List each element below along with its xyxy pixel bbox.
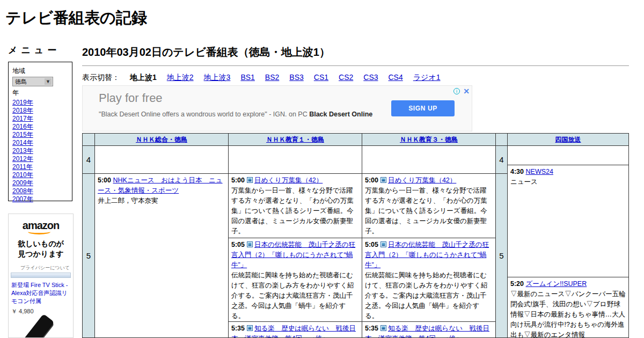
switcher-current: 地上波1	[130, 73, 157, 83]
hour-label-4: 4	[496, 146, 507, 174]
program-cell: 5:05 日本の伝統芸能 茂山千之丞の狂言入門（2）「噺しものにうかされて“蝸牛…	[362, 238, 495, 322]
region-select[interactable]: 徳島 ▼	[12, 77, 53, 86]
signup-button[interactable]: SIGN UP	[391, 100, 455, 116]
page-heading: 2010年03月02日のテレビ番組表（徳島・地上波1）	[82, 45, 629, 66]
time-column-header	[83, 134, 94, 146]
chevron-down-icon: ▼	[45, 78, 52, 85]
program-time: 5:35	[365, 325, 378, 332]
switcher-label: 表示切替：	[82, 73, 120, 83]
empty-cell	[95, 146, 228, 174]
switcher-link-chijou3[interactable]: 地上波3	[204, 73, 231, 83]
switcher-link-cs1[interactable]: CS1	[314, 73, 328, 82]
year-link-2008[interactable]: 2008年	[12, 187, 68, 195]
program-title-link[interactable]: ズームイン!!SUPER	[526, 280, 587, 288]
broadcast-icon	[247, 177, 253, 183]
switcher-link-cs3[interactable]: CS3	[363, 73, 378, 82]
menu-heading: メニュー	[8, 44, 74, 56]
ad-quote: "Black Desert Online offers a wondrous w…	[99, 109, 389, 119]
page-title: テレビ番組表の記録	[5, 8, 147, 29]
program-cell: 5:00 日めくり万葉集（42） 万葉集から一日一首、様々な分野で活躍する方々が…	[229, 174, 362, 238]
switcher-link-bs2[interactable]: BS2	[265, 73, 279, 82]
time-column-left: 4 5	[83, 134, 94, 337]
broadcast-icon	[380, 177, 386, 183]
hour-label-4: 4	[83, 146, 94, 174]
channel-column-nhk-kyouiku1: ＮＨＫ教育１・徳島 5:00 日めくり万葉集（42） 万葉集から一日一首、様々な…	[228, 134, 362, 337]
channel-header: ＮＨＫ教育１・徳島	[229, 134, 362, 146]
empty-cell	[229, 146, 362, 174]
switcher-link-cs4[interactable]: CS4	[389, 73, 403, 82]
program-desc: ニュース	[510, 177, 626, 187]
program-cell: 5:35 知る楽 歴史は眠らない 戦後日本 漢字事件簿 第4回 ＜終＞	[362, 322, 495, 337]
program-cell: 5:00 NHKニュース おはよう日本 ニュース・気象情報・スポーツ 井上二郎，…	[95, 174, 228, 337]
channel-link[interactable]: ＮＨＫ総合・徳島	[136, 135, 187, 144]
hour-label-5: 5	[496, 174, 507, 337]
ad-advertiser: Black Desert Online	[309, 111, 372, 118]
ad-info-icon[interactable]: i	[453, 88, 460, 94]
program-desc: 井上二郎，守本奈実	[98, 196, 225, 206]
empty-cell	[508, 146, 628, 165]
program-desc: ▽最新のニュース▽バンクーバー五輪閉会式!旗手、浅田の想い▽プロ野球情報▽日本の…	[510, 289, 626, 337]
switcher-link-bs1[interactable]: BS1	[240, 73, 254, 82]
program-time: 5:20	[510, 280, 524, 288]
program-title-link[interactable]: NEWS24	[526, 168, 553, 175]
year-link-2015[interactable]: 2015年	[12, 131, 68, 139]
channel-link[interactable]: ＮＨＫ教育１・徳島	[266, 135, 324, 144]
broadcast-icon	[247, 241, 253, 247]
program-desc: 万葉集から一日一首、様々な分野で活躍する方々が選者となり、「わが心の万葉集」につ…	[365, 186, 493, 237]
ad-title: Play for free	[99, 91, 163, 105]
amazon-product-link[interactable]: 新登場 Fire TV Stick - Alexa対応音声認識リモコン付属	[9, 281, 73, 305]
program-cell: 5:35 知る楽 歴史は眠らない 戦後日本 漢字事件簿 第4回 ＜終＞	[229, 322, 362, 337]
year-link-2018[interactable]: 2018年	[12, 107, 68, 115]
program-title-link[interactable]: 日めくり万葉集（42）	[254, 177, 323, 184]
channel-header: 四国放送	[508, 134, 628, 146]
channel-column-nhk-sougou: ＮＨＫ総合・徳島 5:00 NHKニュース おはよう日本 ニュース・気象情報・ス…	[94, 134, 228, 337]
switcher-link-bs3[interactable]: BS3	[289, 73, 303, 82]
amazon-price: ￥ 4,980	[9, 305, 73, 318]
program-desc: 伝統芸能に興味を持ち始めた視聴者にむけて、狂言の楽しみ方をわかりやすく紹介する。…	[365, 270, 493, 321]
channel-link[interactable]: 四国放送	[555, 135, 581, 144]
year-link-2016[interactable]: 2016年	[12, 123, 68, 131]
amazon-privacy-link[interactable]: プライバシーについて	[9, 264, 73, 271]
year-link-2017[interactable]: 2017年	[12, 115, 68, 123]
year-link-2014[interactable]: 2014年	[12, 139, 68, 147]
time-column-header	[496, 134, 507, 146]
program-time: 5:05	[231, 241, 245, 248]
program-cell: 5:00 日めくり万葉集（42） 万葉集から一日一首、様々な分野で活躍する方々が…	[362, 174, 495, 238]
year-link-2012[interactable]: 2012年	[12, 155, 68, 163]
year-link-2007[interactable]: 2007年	[12, 195, 68, 203]
year-link-2019[interactable]: 2019年	[12, 99, 68, 107]
program-time: 5:00	[365, 177, 378, 184]
hour-label-5: 5	[83, 174, 94, 337]
channel-link[interactable]: ＮＨＫ教育３・徳島	[400, 135, 458, 144]
program-time: 5:00	[98, 177, 111, 184]
program-time: 5:35	[231, 325, 245, 332]
empty-cell	[362, 146, 495, 174]
channel-column-shikoku: 四国放送 4:30 NEWS24 ニュース 5:20 ズームイン!!SUPER …	[507, 134, 628, 337]
region-label: 地域	[12, 67, 68, 76]
display-switcher: 表示切替： 地上波1 地上波2 地上波3 BS1 BS2 BS3 CS1 CS2…	[82, 73, 441, 83]
broadcast-icon	[380, 325, 386, 331]
program-time: 4:30	[510, 168, 524, 175]
channel-header: ＮＨＫ総合・徳島	[95, 134, 228, 146]
year-link-2011[interactable]: 2011年	[12, 163, 68, 171]
program-title-link[interactable]: NHKニュース おはよう日本 ニュース・気象情報・スポーツ	[98, 177, 223, 194]
program-cell: 5:20 ズームイン!!SUPER ▽最新のニュース▽バンクーバー五輪閉会式!旗…	[508, 277, 628, 337]
switcher-link-chijou2[interactable]: 地上波2	[167, 73, 194, 83]
switcher-link-cs2[interactable]: CS2	[339, 73, 353, 82]
switcher-link-radio1[interactable]: ラジオ1	[413, 73, 441, 83]
ad-close-icon[interactable]: ✕	[463, 87, 470, 95]
program-cell: 4:30 NEWS24 ニュース	[508, 165, 628, 277]
tv-schedule-table: 4 5 ＮＨＫ総合・徳島 5:00 NHKニュース おはよう日本 ニュース・気象…	[82, 133, 629, 338]
year-link-2010[interactable]: 2010年	[12, 171, 68, 179]
amazon-tagline-line2: 見つかります	[9, 249, 73, 259]
year-link-2009[interactable]: 2009年	[12, 179, 68, 187]
amazon-tagline: 欲しいものが 見つかります	[9, 239, 73, 259]
program-title-link[interactable]: 日めくり万葉集（42）	[388, 177, 456, 184]
channel-header: ＮＨＫ教育３・徳島	[362, 134, 495, 146]
program-time: 5:05	[365, 241, 378, 248]
amazon-ad[interactable]: amazon 欲しいものが 見つかります プライバシーについて 新登場 Fire…	[8, 214, 74, 338]
year-label: 年	[12, 89, 68, 98]
year-link-2013[interactable]: 2013年	[12, 147, 68, 155]
amazon-divider-bar	[11, 273, 71, 278]
program-time: 5:00	[231, 177, 245, 184]
